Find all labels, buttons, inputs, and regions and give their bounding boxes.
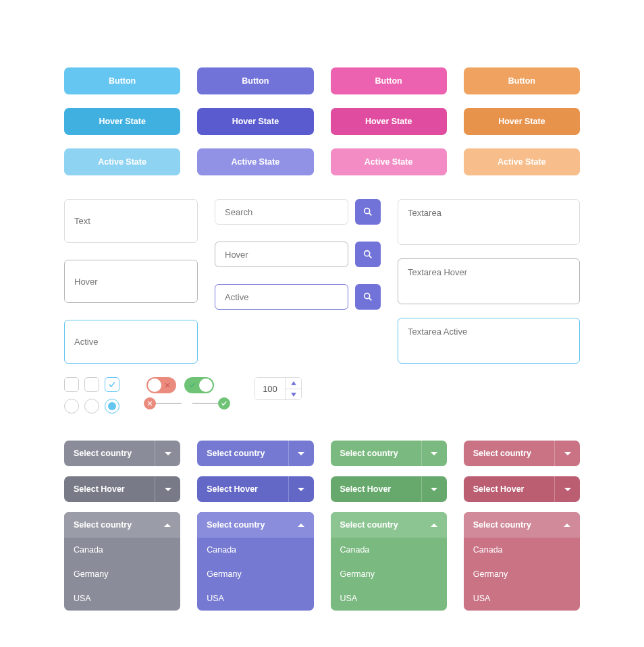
search-icon [363,291,373,302]
button-blue-active[interactable]: Active State [64,148,180,175]
caret-down-icon [564,452,571,455]
button-pink-active[interactable]: Active State [331,148,447,175]
toggle-knob [199,378,213,392]
caret-down-icon [165,452,171,455]
textarea-active[interactable] [398,318,580,364]
select-green-hover[interactable]: Select Hover [331,476,447,502]
select-rose[interactable]: Select country [464,441,580,466]
radio-dot [108,402,116,410]
select-option[interactable]: USA [331,586,447,611]
select-label: Select country [340,520,398,530]
search-button[interactable] [355,199,381,225]
toggle-knob [148,378,161,392]
select-label: Select country [473,520,531,530]
select-rose-open[interactable]: Select country Canada Germany USA [464,512,580,611]
select-gray[interactable]: Select country [64,441,180,466]
stepper-down-button[interactable] [286,389,301,400]
text-input-hover[interactable] [64,260,198,304]
caret-up-icon [564,524,570,527]
slider-handle[interactable] [218,397,230,410]
select-green-open[interactable]: Select country Canada Germany USA [331,512,447,611]
select-label: Select country [197,449,288,458]
select-purple-hover[interactable]: Select Hover [197,476,313,502]
textarea-hover[interactable] [398,258,580,304]
svg-line-3 [369,256,372,258]
x-icon [146,400,153,407]
search-input-active[interactable] [215,284,348,310]
toggle-off[interactable] [146,377,176,393]
select-label: Select country [464,449,554,458]
select-label: Select Hover [64,484,155,494]
caret-down-icon [431,452,437,455]
select-purple-open[interactable]: Select country Canada Germany USA [197,512,313,611]
stepper-up-button[interactable] [286,378,301,389]
button-blue-hover[interactable]: Hover State [64,108,180,135]
select-label: Select Hover [464,484,554,494]
text-input[interactable] [64,199,198,243]
caret-up-icon [164,524,171,527]
select-option[interactable]: Canada [64,538,180,562]
search-input[interactable] [215,199,348,225]
number-stepper[interactable] [254,377,302,400]
caret-up-icon [431,524,437,527]
search-button-hover[interactable] [355,242,381,267]
radio-off-1[interactable] [64,399,79,414]
caret-down-icon [165,488,171,491]
search-input-hover[interactable] [215,242,348,267]
checkbox-unchecked-2[interactable] [84,377,99,392]
select-option[interactable]: Germany [197,562,313,586]
select-purple[interactable]: Select country [197,441,313,466]
select-rose-hover[interactable]: Select Hover [464,476,580,502]
select-green[interactable]: Select country [331,441,447,466]
svg-point-0 [365,208,370,214]
button-pink[interactable]: Button [331,67,447,94]
select-option[interactable]: USA [197,586,313,611]
select-option[interactable]: Canada [331,538,447,562]
toggle-on[interactable] [184,377,214,393]
button-orange-hover[interactable]: Hover State [464,108,580,135]
slider-handle[interactable] [144,397,156,410]
text-input-active[interactable] [64,320,198,364]
caret-up-icon [291,381,296,386]
check-icon [108,381,116,389]
checkbox-checked[interactable] [105,377,119,392]
check-icon [221,400,227,407]
caret-down-icon [564,488,571,491]
textarea[interactable] [398,199,580,245]
caret-down-icon [291,392,296,397]
slider-negative[interactable] [146,403,182,404]
select-gray-open[interactable]: Select country Canada Germany USA [64,512,180,611]
button-orange-active[interactable]: Active State [464,148,580,175]
radio-off-2[interactable] [84,399,99,414]
select-option[interactable]: USA [464,586,580,611]
select-option[interactable]: Germany [464,562,580,586]
radio-on[interactable] [105,399,119,414]
select-option[interactable]: USA [64,586,180,611]
check-icon [189,382,196,389]
button-orange[interactable]: Button [464,67,580,94]
button-purple-active[interactable]: Active State [197,148,313,175]
search-icon [363,249,373,260]
caret-down-icon [298,452,304,455]
select-label: Select country [74,520,132,530]
search-icon [363,206,373,217]
button-blue[interactable]: Button [64,67,180,94]
select-option[interactable]: Germany [331,562,447,586]
select-label: Select country [64,449,155,458]
x-icon [164,382,171,389]
select-label: Select Hover [197,484,288,494]
svg-point-2 [365,251,370,256]
select-option[interactable]: Germany [64,562,180,586]
slider-positive[interactable] [192,403,227,404]
button-pink-hover[interactable]: Hover State [331,108,447,135]
select-label: Select country [331,449,421,458]
svg-line-1 [369,213,372,216]
button-purple[interactable]: Button [197,67,313,94]
stepper-input[interactable] [255,378,285,399]
select-option[interactable]: Canada [464,538,580,562]
select-option[interactable]: Canada [197,538,313,562]
button-purple-hover[interactable]: Hover State [197,108,313,135]
checkbox-unchecked-1[interactable] [64,377,79,392]
search-button-active[interactable] [355,284,381,310]
select-gray-hover[interactable]: Select Hover [64,476,180,502]
